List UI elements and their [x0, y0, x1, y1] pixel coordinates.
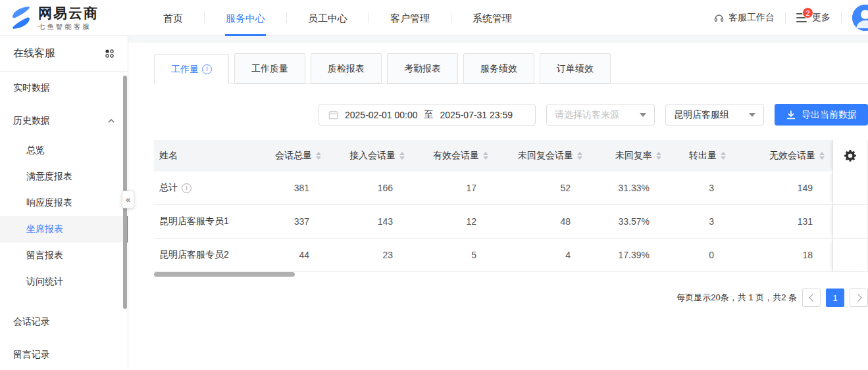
column-header-transferred-out[interactable]: 转出量	[669, 140, 734, 172]
date-end-value: 2025-07-31 23:59	[440, 110, 513, 120]
sidebar-item-realtime-data[interactable]: 实时数据	[0, 72, 128, 104]
calendar-icon	[328, 110, 338, 120]
cell-value: 31.33%	[590, 172, 669, 204]
sidebar-item-label: 总览	[26, 145, 45, 156]
scrollbar-thumb[interactable]	[154, 272, 295, 277]
sidebar-item-satisfaction-report[interactable]: 满意度报表	[0, 164, 128, 190]
tab-service-performance[interactable]: 服务绩效	[463, 53, 534, 83]
row-name: 昆明店客服专员1	[159, 216, 229, 227]
sidebar-item-label: 实时数据	[13, 82, 50, 94]
sort-icon[interactable]	[656, 152, 661, 160]
sort-icon[interactable]	[483, 152, 488, 160]
chevron-right-icon	[854, 294, 861, 301]
nav-item-staff-center[interactable]: 员工中心	[287, 0, 369, 36]
sidebar-item-agent-report[interactable]: 坐席报表	[0, 216, 128, 243]
table-header: 姓名 会话总量 接入会话量 有效会话量 未回复会话	[154, 140, 868, 172]
sort-icon[interactable]	[721, 152, 726, 160]
tab-qc-report[interactable]: 质检报表	[311, 53, 382, 83]
sidebar-item-overview[interactable]: 总览	[0, 137, 128, 164]
next-page-button[interactable]	[850, 289, 868, 307]
visitor-source-select[interactable]: 请选择访客来源	[546, 104, 655, 126]
sidebar-item-message-report[interactable]: 留言报表	[0, 243, 128, 269]
column-header-unreplied-rate[interactable]: 未回复率	[590, 140, 669, 172]
tab-order-performance[interactable]: 订单绩效	[540, 53, 611, 83]
column-header-valid-sessions[interactable]: 有效会话量	[413, 140, 496, 172]
workbench-button[interactable]: 客服工作台	[713, 12, 775, 24]
sidebar-item-history-data[interactable]: 历史数据	[0, 104, 128, 137]
user-avatar[interactable]	[852, 5, 868, 31]
sidebar-item-label: 留言报表	[26, 250, 63, 262]
sidebar-item-visit-stats[interactable]: 访问统计	[0, 269, 128, 295]
sidebar-item-label: 会话记录	[13, 316, 50, 328]
sidebar-item-label: 历史数据	[13, 115, 50, 127]
cell-value: 337	[255, 205, 329, 238]
nav-item-system-mgmt[interactable]: 系统管理	[451, 0, 533, 36]
column-header-total-sessions[interactable]: 会话总量	[255, 140, 329, 172]
nav-item-service-center[interactable]: 服务中心	[205, 0, 286, 36]
cell-value: 17.39%	[590, 239, 669, 271]
sort-icon[interactable]	[819, 152, 825, 160]
app-window: 网易云商 七鱼智能客服 首页 服务中心 员工中心 客户管理 系统管理	[0, 0, 868, 370]
sidebar-item-response-report[interactable]: 响应度报表	[0, 190, 128, 216]
info-icon[interactable]: i	[202, 64, 212, 74]
tab-work-quality[interactable]: 工作质量	[234, 53, 305, 83]
export-data-button[interactable]: 导出当前数据	[775, 104, 868, 126]
more-label: 更多	[812, 12, 830, 24]
sidebar-header: 在线客服	[0, 36, 128, 72]
nav-divider	[785, 12, 786, 23]
tab-label: 工作量	[171, 55, 199, 83]
nav-item-home[interactable]: 首页	[142, 0, 204, 36]
sidebar-item-label: 访问统计	[26, 276, 63, 288]
sidebar-item-label: 留言记录	[13, 349, 50, 361]
cell-value: 166	[329, 172, 413, 204]
sidebar-item-message-records[interactable]: 留言记录	[0, 338, 128, 370]
table-row-agent1: 昆明店客服专员1 337 143 12 48 33.57% 3 131	[154, 205, 868, 239]
sidebar-item-session-records[interactable]: 会话记录	[0, 306, 128, 338]
column-header-accepted-sessions[interactable]: 接入会话量	[329, 140, 413, 172]
tab-workload[interactable]: 工作量 i	[154, 54, 229, 84]
tab-label: 服务绩效	[480, 54, 517, 83]
export-button-label: 导出当前数据	[802, 109, 857, 121]
column-header-invalid-sessions[interactable]: 无效会话量	[734, 140, 832, 172]
prev-page-button[interactable]	[802, 289, 821, 307]
sidebar-collapse-button[interactable]: «	[122, 191, 134, 208]
sidebar-item-label: 满意度报表	[26, 171, 72, 183]
cell-value: 3	[669, 205, 734, 238]
tab-label: 质检报表	[328, 54, 365, 83]
column-header-unreplied-sessions[interactable]: 未回复会话量	[496, 140, 590, 172]
sort-icon[interactable]	[399, 152, 405, 160]
visitor-source-placeholder: 请选择访客来源	[555, 109, 619, 121]
sidebar-title: 在线客服	[13, 47, 55, 60]
sort-icon[interactable]	[316, 152, 321, 160]
service-group-select[interactable]: 昆明店客服组	[665, 104, 764, 126]
sidebar-item-label: 响应度报表	[26, 197, 72, 209]
table-row-agent2: 昆明店客服专员2 44 23 5 4 17.39% 0 18	[154, 239, 868, 272]
sort-icon[interactable]	[577, 152, 582, 160]
cell-value: 44	[255, 239, 329, 271]
cell-value: 5	[413, 239, 496, 271]
column-settings-button[interactable]	[832, 140, 868, 172]
tab-label: 工作质量	[251, 54, 288, 83]
report-tabbar: 工作量 i 工作质量 质检报表 考勤报表 服务绩效 订单绩效	[154, 54, 868, 84]
main-nav: 首页 服务中心 员工中心 客户管理 系统管理	[142, 0, 533, 36]
cell-value: 12	[413, 205, 496, 238]
cell-value: 18	[734, 239, 832, 271]
nav-divider	[841, 12, 842, 23]
row-actions-cell	[832, 172, 868, 204]
cell-value: 33.57%	[590, 205, 669, 238]
page-number-button[interactable]: 1	[826, 289, 844, 307]
tab-attendance-report[interactable]: 考勤报表	[387, 53, 458, 83]
more-button[interactable]: 2 更多	[796, 12, 830, 24]
notification-badge: 2	[802, 7, 813, 18]
nav-item-customer-mgmt[interactable]: 客户管理	[369, 0, 451, 36]
info-icon[interactable]: i	[182, 183, 191, 193]
brand-logo[interactable]: 网易云商 七鱼智能客服	[9, 5, 99, 30]
pagination: 每页显示20条，共 1 页，共2 条 1	[154, 289, 868, 307]
chevron-up-icon	[108, 119, 115, 123]
service-group-value: 昆明店客服组	[674, 109, 729, 121]
cell-value: 52	[496, 172, 590, 204]
cell-value: 48	[496, 205, 590, 238]
date-range-picker[interactable]: 2025-02-01 00:00 至 2025-07-31 23:59	[319, 104, 536, 126]
top-navbar: 网易云商 七鱼智能客服 首页 服务中心 员工中心 客户管理 系统管理	[0, 0, 868, 36]
app-grid-icon[interactable]	[105, 49, 115, 58]
